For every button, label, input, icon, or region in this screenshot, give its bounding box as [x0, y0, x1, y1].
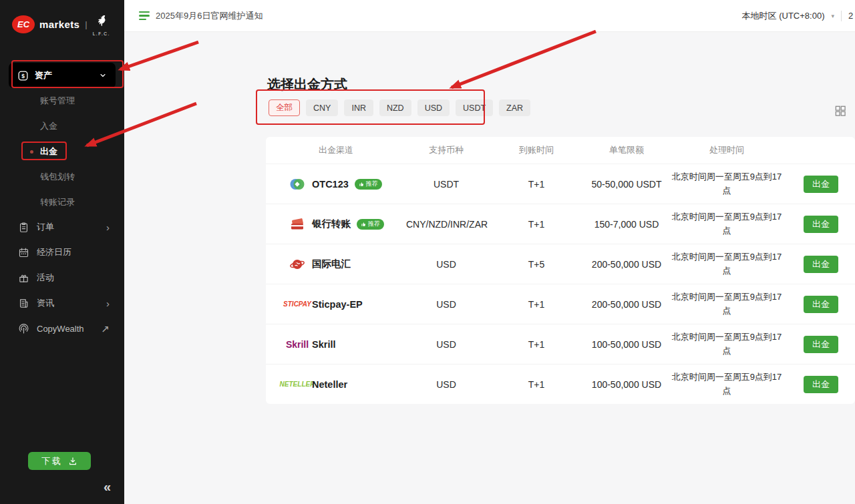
per-transaction-limit: 100-50,000 USD — [586, 379, 667, 390]
wire-icon — [289, 256, 306, 272]
submenu-label: 账号管理 — [40, 95, 75, 107]
download-label: 下载 — [41, 455, 63, 467]
channel-name: 国际电汇 — [312, 258, 351, 270]
column-header: 单笔限额 — [586, 144, 667, 156]
processing-time: 北京时间周一至周五9点到17点 — [669, 290, 784, 317]
withdraw-button[interactable]: 出金 — [804, 256, 838, 273]
arrival-time: T+1 — [486, 219, 586, 230]
sidebar-item-news[interactable]: 资讯 › — [0, 290, 124, 316]
caret-down-icon: ▾ — [831, 13, 834, 19]
filter-chip-usd[interactable]: USD — [417, 99, 450, 116]
menu-label: 资讯 — [37, 297, 54, 309]
chevron-right-icon: › — [106, 222, 110, 232]
column-header: 出金渠道 — [266, 144, 406, 156]
announcement[interactable]: 2025年9月6日官网维护通知 — [139, 10, 263, 22]
channel-cell: NETELLER Neteller — [266, 376, 406, 393]
sidebar-item-copywealth[interactable]: CopyWealth ↗ — [0, 316, 124, 341]
table-body: OTC123 推荐 USDT T+1 50-50,000 USDT 北京时间周一… — [266, 164, 855, 404]
channel-cell: 银行转账 推荐 — [266, 216, 406, 232]
skrill-logo: Skrill — [289, 336, 306, 352]
withdraw-button[interactable]: 出金 — [804, 176, 838, 193]
currency-filters: 全部 CNY INR NZD USD USDT ZAR — [269, 99, 530, 116]
gift-icon — [18, 272, 29, 284]
arrival-time: T+1 — [486, 299, 586, 310]
filter-chip-zar[interactable]: ZAR — [499, 99, 530, 116]
menu-label: 订单 — [37, 221, 54, 233]
brand-logo: EC markets | L.F.C. — [0, 0, 124, 37]
filter-chip-nzd[interactable]: NZD — [379, 99, 411, 116]
sidebar-menu: 订单 › 经济日历 活动 资讯 › CopyWealth ↗ — [0, 214, 124, 341]
withdraw-button[interactable]: 出金 — [804, 296, 838, 313]
supported-currency: CNY/NZD/INR/ZAR — [406, 219, 486, 230]
column-header: 到账时间 — [486, 144, 586, 156]
processing-time: 北京时间周一至周五9点到17点 — [669, 330, 784, 357]
recommended-badge: 推荐 — [357, 219, 384, 230]
lfc-label: L.F.C. — [93, 31, 110, 36]
sidebar-item-orders[interactable]: 订单 › — [0, 214, 124, 240]
supported-currency: USD — [406, 259, 486, 270]
submenu-label: 转账记录 — [40, 196, 75, 208]
divider — [841, 11, 842, 21]
table-header-row: 出金渠道 支持币种 到账时间 单笔限额 处理时间 — [266, 137, 855, 164]
sidebar-item-deposit[interactable]: 入金 — [0, 113, 124, 139]
topbar-right: 本地时区 (UTC+8:00) ▾ 2 — [742, 10, 855, 22]
neteller-logo: NETELLER — [289, 376, 306, 393]
channel-name: Sticpay-EP — [312, 299, 363, 310]
menu-label: 活动 — [37, 272, 54, 284]
liverbird-icon — [94, 14, 109, 31]
supported-currency: USDT — [406, 179, 486, 190]
channel-name: Skrill — [312, 339, 335, 350]
menu-label: 经济日历 — [37, 246, 71, 258]
supported-currency: USD — [406, 379, 486, 390]
broadcast-icon — [18, 323, 29, 334]
channel-cell: OTC123 推荐 — [266, 176, 406, 192]
submenu-label: 入金 — [40, 120, 57, 132]
withdraw-button[interactable]: 出金 — [804, 376, 838, 393]
svg-text:$: $ — [21, 72, 25, 79]
table-row: OTC123 推荐 USDT T+1 50-50,000 USDT 北京时间周一… — [266, 164, 855, 204]
per-transaction-limit: 50-50,000 USDT — [586, 179, 667, 190]
dollar-square-icon: $ — [17, 70, 29, 81]
sidebar-item-transfer-records[interactable]: 转账记录 — [0, 190, 124, 215]
table-row: Skrill Skrill USD T+1 100-50,000 USD 北京时… — [266, 324, 855, 364]
filter-chip-all[interactable]: 全部 — [269, 99, 300, 116]
sidebar-item-label: 资产 — [35, 69, 52, 81]
topbar: 2025年9月6日官网维护通知 本地时区 (UTC+8:00) ▾ 2 — [124, 0, 855, 32]
sidebar-item-wallet-transfer[interactable]: 钱包划转 — [0, 164, 124, 190]
timezone-selector[interactable]: 本地时区 (UTC+8:00) — [742, 10, 825, 22]
lfc-logo: L.F.C. — [93, 14, 110, 36]
arrival-time: T+1 — [486, 379, 586, 390]
otc-icon — [289, 176, 306, 192]
channel-name: Neteller — [312, 379, 347, 390]
recommended-badge: 推荐 — [355, 179, 382, 190]
processing-time: 北京时间周一至周五9点到17点 — [669, 250, 784, 277]
announcement-lines-icon — [139, 11, 150, 21]
thumbs-up-icon — [361, 222, 366, 227]
collapse-sidebar-icon[interactable]: « — [104, 479, 111, 495]
arrival-time: T+5 — [486, 259, 586, 270]
sidebar-item-assets[interactable]: $ 资产 — [9, 63, 116, 88]
sidebar-item-account-management[interactable]: 账号管理 — [0, 88, 124, 113]
sidebar: EC markets | L.F.C. $ 资产 账号管理 入金 出金 钱包划转… — [0, 0, 124, 504]
filter-chip-inr[interactable]: INR — [344, 99, 373, 116]
brand-name: markets — [39, 19, 79, 30]
withdraw-methods-table: 出金渠道 支持币种 到账时间 单笔限额 处理时间 OTC123 推荐 USDT … — [266, 137, 855, 404]
per-transaction-limit: 100-50,000 USD — [586, 339, 667, 350]
sidebar-item-economic-calendar[interactable]: 经济日历 — [0, 240, 124, 265]
download-icon — [68, 457, 77, 466]
clipboard-icon — [18, 222, 29, 233]
channel-cell: 国际电汇 — [266, 256, 406, 272]
filter-chip-cny[interactable]: CNY — [306, 99, 338, 116]
withdraw-button[interactable]: 出金 — [804, 216, 838, 233]
filter-chip-usdt[interactable]: USDT — [456, 99, 493, 116]
sidebar-item-withdraw[interactable]: 出金 — [0, 139, 124, 164]
channel-name: OTC123 — [312, 179, 349, 190]
chevron-down-icon — [99, 71, 107, 79]
grid-view-icon[interactable] — [834, 104, 847, 117]
sidebar-item-activities[interactable]: 活动 — [0, 265, 124, 290]
column-header: 支持币种 — [406, 144, 486, 156]
page-title: 选择出金方式 — [267, 75, 347, 93]
withdraw-button[interactable]: 出金 — [804, 336, 838, 353]
download-button[interactable]: 下载 — [28, 452, 91, 470]
submenu-label: 钱包划转 — [40, 171, 75, 183]
